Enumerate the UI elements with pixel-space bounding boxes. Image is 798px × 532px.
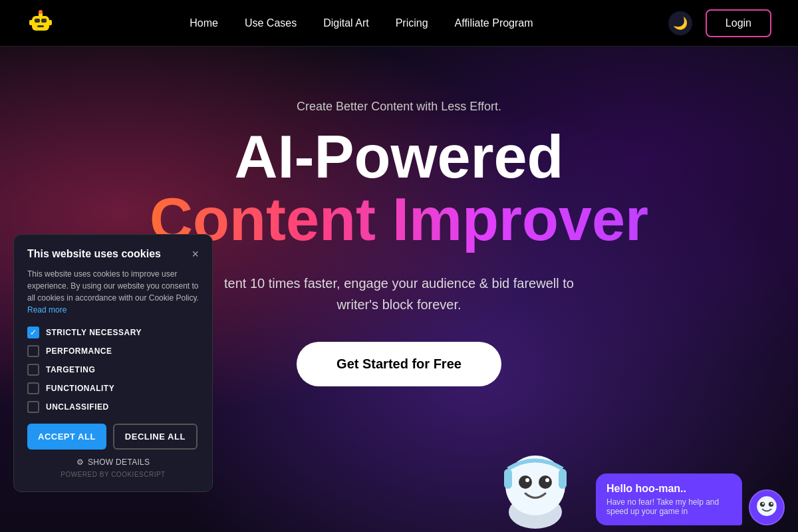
cookie-label-targeting: TARGETING [46,365,95,374]
svg-point-14 [519,475,532,489]
cookie-checkbox-strictly[interactable] [27,327,39,338]
cookie-header: This website uses cookies × [27,248,199,260]
cookie-option-performance[interactable]: PERFORMANCE [27,345,199,357]
svg-rect-3 [37,25,44,27]
cookie-read-more-link[interactable]: Read more [27,305,66,315]
logo-icon [27,9,55,37]
gear-icon: ⚙ [76,458,84,467]
nav-home[interactable]: Home [190,17,218,29]
cookie-label-functionality: FUNCTIONALITY [46,384,114,393]
hero-subtitle: Create Better Content with Less Effort. [297,100,501,114]
svg-rect-8 [29,20,33,25]
cookie-banner: This website uses cookies × This website… [13,234,213,492]
hero-description-line2: writer's block forever. [336,297,461,312]
svg-point-19 [757,496,777,516]
svg-rect-13 [559,469,567,489]
cookie-title: This website uses cookies [27,248,161,260]
accept-all-button[interactable]: ACCEPT ALL [27,424,106,450]
hero-description-line1: tent 10 times faster, engage your audien… [224,276,574,291]
hero-title-line1: AI-Powered [234,127,563,187]
cookie-actions: ACCEPT ALL DECLINE ALL [27,424,199,450]
logo[interactable] [27,9,55,37]
cookie-option-targeting[interactable]: TARGETING [27,364,199,376]
svg-point-22 [762,503,764,505]
nav-digital-art[interactable]: Digital Art [323,17,368,29]
cookie-option-unclassified[interactable]: UNCLASSIFIED [27,401,199,413]
svg-point-7 [39,10,43,14]
svg-rect-9 [49,20,52,25]
cookie-label-strictly: STRICTLY NECESSARY [46,328,142,337]
svg-point-23 [771,503,773,505]
chat-avatar-button[interactable] [749,489,785,525]
cookie-options: STRICTLY NECESSARY PERFORMANCE TARGETING… [27,327,199,413]
chat-bubble-text: Have no fear! Take my help and speed up … [606,497,732,516]
svg-rect-12 [504,469,512,489]
cookie-close-button[interactable]: × [192,248,199,260]
svg-rect-0 [32,16,49,31]
navbar: Home Use Cases Digital Art Pricing Affil… [0,0,798,47]
nav-right: 🌙 Login [668,9,771,37]
chat-widget: Hello hoo-man.. Have no fear! Take my he… [596,473,785,525]
decline-all-button[interactable]: DECLINE ALL [113,424,198,450]
chat-bubble: Hello hoo-man.. Have no fear! Take my he… [596,473,742,525]
nav-affiliate[interactable]: Affiliate Program [455,17,533,29]
cookie-checkbox-targeting[interactable] [27,364,39,376]
svg-rect-2 [41,19,47,23]
cookie-checkbox-functionality[interactable] [27,382,39,394]
nav-use-cases[interactable]: Use Cases [245,17,297,29]
login-button[interactable]: Login [706,9,771,37]
nav-links: Home Use Cases Digital Art Pricing Affil… [190,17,533,29]
robot-illustration [485,426,585,532]
moon-icon: 🌙 [673,16,688,31]
cookie-option-functionality[interactable]: FUNCTIONALITY [27,382,199,394]
cookie-option-strictly[interactable]: STRICTLY NECESSARY [27,327,199,338]
dark-mode-toggle[interactable]: 🌙 [668,11,692,35]
svg-point-15 [539,475,552,489]
svg-rect-1 [35,19,40,23]
cookie-checkbox-unclassified[interactable] [27,401,39,413]
cta-button[interactable]: Get Started for Free [297,342,501,386]
show-details-button[interactable]: ⚙ SHOW DETAILS [27,458,199,467]
svg-point-16 [525,478,529,482]
powered-by-label: POWERED BY COOKIESCRIPT [27,471,199,478]
svg-point-17 [545,478,549,482]
cookie-label-unclassified: UNCLASSIFIED [46,402,109,412]
nav-pricing[interactable]: Pricing [396,17,428,29]
cookie-label-performance: PERFORMANCE [46,346,112,356]
hero-description: tent 10 times faster, engage your audien… [224,273,574,315]
cookie-description: This website uses cookies to improve use… [27,268,199,316]
cookie-checkbox-performance[interactable] [27,345,39,357]
chat-bubble-title: Hello hoo-man.. [606,483,732,495]
hero-title-line2: Content Improver [150,187,648,253]
